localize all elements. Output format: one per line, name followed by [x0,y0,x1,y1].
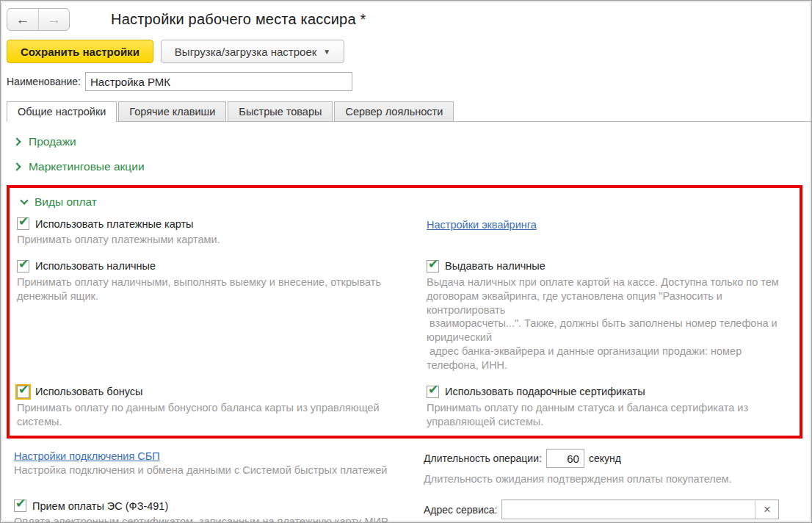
operation-duration-input[interactable] [546,449,584,468]
acquiring-settings-link[interactable]: Настройки эквайринга [427,219,537,231]
operation-duration-label: Длительность операции: [424,452,542,464]
checkmark-icon: ✔ [428,256,438,272]
tab-loyalty-server[interactable]: Сервер лояльности [334,101,454,122]
group-marketing-label: Маркетинговые акции [29,160,145,173]
use-bonuses-cell: ✔ Использовать бонусы Принимать оплату п… [17,383,419,430]
nav-buttons: ← → [7,8,70,31]
forward-button[interactable]: → [38,9,69,30]
tab-general-settings[interactable]: Общие настройки [7,101,117,122]
use-cash-label: Использовать наличные [35,260,156,272]
acquiring-settings-cell: Настройки эквайринга [427,214,797,257]
cash-out-cell: ✔ Выдавать наличные Выдача наличных при … [427,257,797,383]
highlighted-payment-types-box: Виды оплат ✔ Использовать платежные карт… [7,185,802,439]
checkmark-icon: ✔ [18,382,29,397]
tab-quick-goods[interactable]: Быстрые товары [228,101,333,122]
chevron-right-icon [12,137,21,145]
save-settings-button[interactable]: Сохранить настройки [7,40,153,63]
back-button[interactable]: ← [7,9,38,30]
name-field-row: Наименование: [7,72,805,91]
gift-certificates-cell: ✔ Использовать подарочные сертификаты Пр… [427,383,797,430]
sbp-cell: Настройки подключения СБП Настройка подк… [14,446,416,497]
service-address-field: ✕ [501,499,779,519]
service-address-input[interactable] [502,500,755,519]
checkmark-icon: ✔ [428,382,438,397]
es-payment-description: Оплата электронным сертификатом, записан… [14,515,412,523]
toolbar: Сохранить настройки Выгрузка/загрузка на… [7,40,805,63]
operation-duration-cell: Длительность операции: секунд Длительнос… [424,446,802,497]
chevron-down-icon [20,196,28,204]
checkmark-icon: ✔ [18,256,29,272]
tab-hotkeys[interactable]: Горячие клавиши [118,101,226,122]
es-payment-cell: ✔ Прием оплаты ЭС (ФЗ-491) Оплата электр… [14,497,416,523]
chevron-down-icon: ▼ [323,48,330,56]
service-address-cell: Адрес сервиса: ✕ Параметры подключения в… [424,497,802,523]
use-bonuses-checkbox[interactable]: ✔ [17,386,29,398]
tab-bar: Общие настройки Горячие клавиши Быстрые … [7,101,808,122]
es-service-row: ✔ Прием оплаты ЭС (ФЗ-491) Оплата электр… [14,497,802,523]
clear-icon[interactable]: ✕ [755,500,778,519]
forward-arrow-icon: → [47,12,61,28]
service-address-label: Адрес сервиса: [424,504,497,516]
sbp-description: Настройка подключения и обмена данными с… [14,464,412,477]
payment-options-grid: ✔ Использовать платежные карты Принимать… [17,214,797,430]
checkmark-icon: ✔ [15,496,26,511]
use-cash-checkbox[interactable]: ✔ [17,260,29,273]
cash-out-checkbox[interactable]: ✔ [427,260,439,273]
group-sales-label: Продажи [29,135,76,148]
export-import-settings-button[interactable]: Выгрузка/загрузка настроек ▼ [161,40,344,63]
use-payment-cards-label: Использовать платежные карты [35,218,194,230]
operation-duration-unit: секунд [589,452,621,464]
back-arrow-icon: ← [16,12,30,28]
operation-duration-description: Длительность ожидания подтверждения опла… [424,472,798,486]
sbp-connection-settings-link[interactable]: Настройки подключения СБП [14,450,160,462]
settings-window: ← → Настройки рабочего места кассира * С… [0,0,812,523]
use-bonuses-label: Использовать бонусы [35,386,142,397]
chevron-right-icon [12,162,21,170]
use-cash-description: Принимать оплату наличными, выполнять вы… [17,275,415,303]
cash-out-label: Выдавать наличные [445,260,545,272]
page-title: Настройки рабочего места кассира * [111,11,366,28]
group-payment-types[interactable]: Виды оплат [21,195,797,209]
use-payment-cards-checkbox[interactable]: ✔ [17,217,29,230]
tab-content: Продажи Маркетинговые акции Виды оплат ✔… [4,122,808,523]
export-import-label: Выгрузка/загрузка настроек [175,46,316,58]
es-payment-label: Прием оплаты ЭС (ФЗ-491) [32,500,168,512]
group-payment-types-label: Виды оплат [35,195,97,209]
gift-certificates-checkbox[interactable]: ✔ [427,386,439,398]
use-payment-cards-cell: ✔ Использовать платежные карты Принимать… [17,214,419,257]
cash-out-description: Выдача наличных при оплате картой на кас… [427,275,792,372]
gift-certificates-label: Использовать подарочные сертификаты [445,386,645,397]
name-input[interactable] [85,72,352,91]
group-sales[interactable]: Продажи [14,135,802,148]
es-payment-checkbox[interactable]: ✔ [14,499,26,512]
group-marketing[interactable]: Маркетинговые акции [14,160,802,173]
use-cash-cell: ✔ Использовать наличные Принимать оплату… [17,257,419,383]
use-bonuses-description: Принимать оплату по данным бонусного бал… [17,401,415,429]
header: ← → Настройки рабочего места кассира * [7,8,805,31]
gift-certificates-description: Принимать оплату по данным статуса и бал… [427,401,792,429]
name-field-label: Наименование: [7,76,81,87]
use-payment-cards-description: Принимать оплату платежными картами. [17,233,415,247]
checkmark-icon: ✔ [18,214,29,229]
sbp-duration-row: Настройки подключения СБП Настройка подк… [14,446,802,497]
